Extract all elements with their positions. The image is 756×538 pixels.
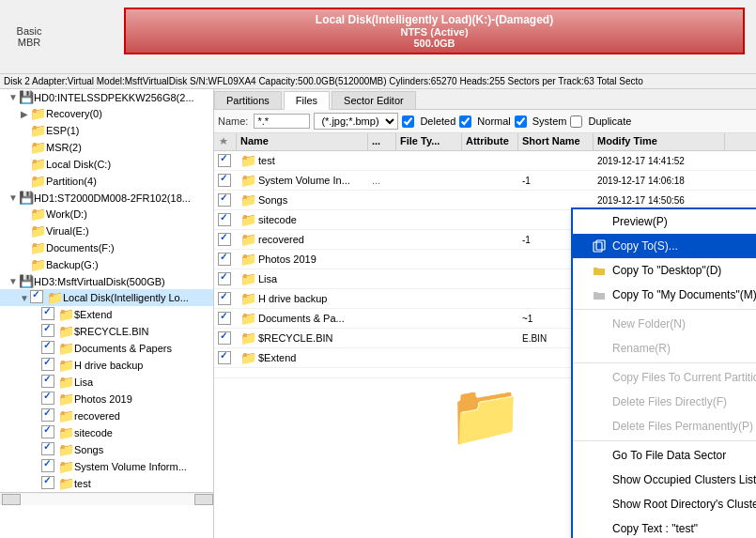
filetype-col-header[interactable]: File Ty... [396,133,462,150]
row-checkbox[interactable] [218,233,231,246]
tree-item-local-k[interactable]: ▼ 📁 Local Disk(Intelligently Lo... [0,289,213,306]
tree-item-documents-f[interactable]: 📁 Documents(F:) [0,239,213,256]
normal-checkbox[interactable] [459,115,471,128]
row-checkbox[interactable] [218,292,231,305]
folder-icon: 📁 [30,140,46,155]
system-checkbox[interactable] [515,115,527,128]
attribute-col-header[interactable]: Attribute [462,133,518,150]
empty-icon [592,472,607,487]
context-menu-preview[interactable]: Preview(P) [573,209,756,234]
tree-checkbox[interactable] [41,341,54,354]
context-menu-show-root-clusters[interactable]: Show Root Directory's Clusters List [573,492,756,516]
file-dots [368,316,396,320]
context-menu-copy-text[interactable]: Copy Text : "test" [573,516,756,538]
tree-item-msr[interactable]: 📁 MSR(2) [0,139,213,156]
tree-item-hd1[interactable]: ▼ 💾 HD1:ST2000DM008-2FR102(18... [0,190,213,206]
tree-scrollbar[interactable] [0,492,213,505]
tree-item-h-drive[interactable]: 📁 H drive backup [0,357,213,374]
tree-item-recovered[interactable]: 📁 recovered [0,407,213,424]
tree-label: $Extend [74,309,112,320]
tree-item-sysvolinfo[interactable]: 📁 System Volume Inform... [0,458,213,475]
row-checkbox[interactable] [218,253,231,266]
tree-item-esp[interactable]: 📁 ESP(1) [0,122,213,139]
modify-col-header[interactable]: Modify Time [594,133,725,150]
file-name: sitecode [258,214,297,225]
row-checkbox[interactable] [218,174,231,187]
tree-checkbox[interactable] [41,442,54,455]
file-attr [462,336,518,340]
tree-item-recovery[interactable]: ▶ 📁 Recovery(0) [0,105,213,122]
tree-label: MSR(2) [46,142,82,153]
name-input[interactable] [254,114,310,129]
context-menu-sep3 [573,440,756,441]
tab-files[interactable]: Files [284,91,330,110]
tree-item-hd3[interactable]: ▼ 💾 HD3:MsftVirtualDisk(500GB) [0,273,213,289]
name-col-header[interactable]: Name [237,133,368,150]
file-dots [368,198,396,202]
tree-checkbox[interactable] [41,324,54,337]
folder-icon: 📁 [58,358,74,373]
tree-checkbox[interactable] [41,358,54,371]
row-checkbox[interactable] [218,272,231,285]
folder-icon: 📁 [240,311,256,326]
duplicate-checkbox[interactable] [570,115,582,128]
tree-checkbox[interactable] [41,392,54,405]
tree-checkbox[interactable] [41,375,54,388]
tree-item-photos[interactable]: 📁 Photos 2019 [0,391,213,407]
tree-checkbox[interactable] [41,307,54,320]
context-menu-copy-desktop[interactable]: Copy To "Desktop"(D) [573,258,756,283]
tree-item-partition4[interactable]: 📁 Partition(4) [0,173,213,190]
tree-item-docs-papers[interactable]: 📁 Documents & Papers [0,340,213,357]
disk-title: Local Disk(Intelligently Load)(K:)-(Dama… [130,13,739,26]
tree-label: test [74,478,91,489]
dots-col-header[interactable]: ... [368,133,396,150]
file-name: $Extend [258,352,296,363]
row-checkbox[interactable] [218,351,231,364]
file-type [396,218,462,222]
row-checkbox[interactable] [218,331,231,345]
tree-item-sitecode[interactable]: 📁 sitecode [0,424,213,441]
file-type [396,238,462,241]
row-checkbox[interactable] [218,193,231,207]
deleted-checkbox[interactable] [402,115,414,128]
filter-dropdown[interactable]: (*.jpg;*.bmp) [314,113,398,130]
row-checkbox[interactable] [218,213,231,226]
tree-item-extend[interactable]: 📁 $Extend [0,306,213,323]
expand-icon: ▶ [19,109,30,119]
tab-partitions[interactable]: Partitions [214,91,282,109]
context-menu-show-clusters[interactable]: Show Occupied Clusters List [573,468,756,492]
tree-item-test[interactable]: 📁 test [0,475,213,492]
tree-checkbox[interactable] [30,290,43,303]
file-row[interactable]: 📁test 2019-12-17 14:41:52 [214,151,756,171]
context-menu-item-label: Delete Files Directly(F) [612,395,727,408]
tree-item-hd0[interactable]: ▼ 💾 HD0:INTELSSDPEKKW256G8(2... [0,89,213,105]
context-menu-go-to-sector[interactable]: Go To File Data Sector ▶ [573,443,756,468]
tree-checkbox[interactable] [41,476,54,489]
file-modify: 2019-12-17 14:06:18 [594,174,725,188]
tree-item-recycle[interactable]: 📁 $RECYCLE.BIN [0,323,213,340]
folder-icon: 📁 [240,192,256,208]
tree-item-lisa[interactable]: 📁 Lisa [0,374,213,391]
tree-item-work-d[interactable]: 📁 Work(D:) [0,206,213,223]
file-dots [368,257,396,261]
file-row[interactable]: 📁System Volume In... ... -1 2019-12-17 1… [214,171,756,191]
tree-checkbox[interactable] [41,425,54,438]
file-name: recovered [258,234,304,245]
tree-checkbox[interactable] [41,408,54,422]
tree-item-backup-g[interactable]: 📁 Backup(G:) [0,256,213,273]
tab-sector-editor[interactable]: Sector Editor [332,91,416,109]
tree-item-virual-e[interactable]: 📁 Virual(E:) [0,223,213,239]
row-checkbox[interactable] [218,154,231,167]
context-menu-copy-docs[interactable]: Copy To "My Documents"(M) [573,283,756,307]
disk-type-label: Basic MBR [0,0,58,73]
tree-label: H drive backup [74,360,143,371]
empty-icon [592,448,607,463]
tree-item-songs[interactable]: 📁 Songs [0,441,213,458]
tree-item-local-c[interactable]: 📁 Local Disk(C:) [0,156,213,173]
folder-icon: 📁 [58,408,74,423]
shortname-col-header[interactable]: Short Name [518,133,594,150]
context-menu-copy-to[interactable]: Copy To(S)... [573,234,756,258]
tree-checkbox[interactable] [41,459,54,472]
row-checkbox[interactable] [218,312,231,325]
context-menu-sep2 [573,362,756,363]
